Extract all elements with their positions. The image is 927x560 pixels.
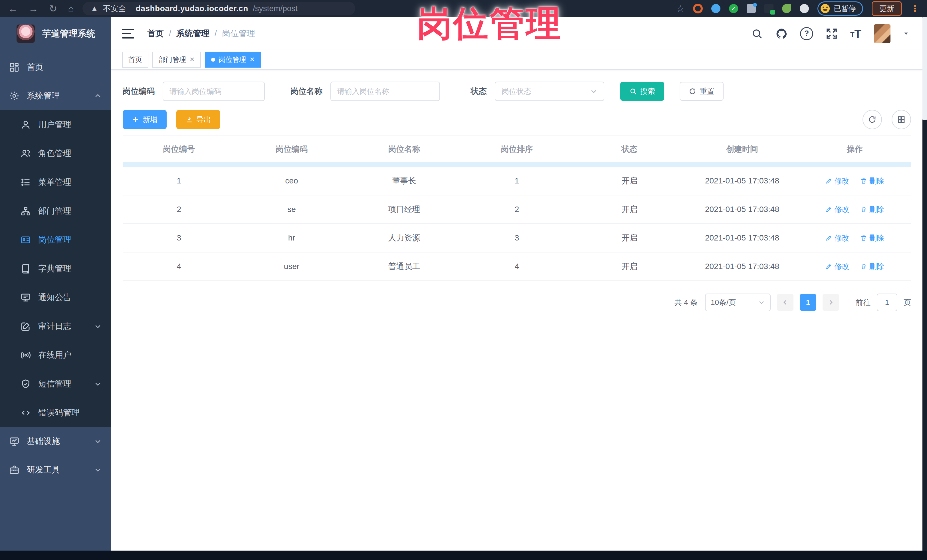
extension-icon-paw[interactable] bbox=[800, 4, 809, 13]
app-logo-row[interactable]: 芋道管理系统 bbox=[0, 17, 111, 49]
table-row: 4 user 普通员工 4 开启 2021-01-05 17:03:48 修改 … bbox=[123, 252, 911, 281]
page-size-select[interactable]: 10条/页 bbox=[705, 294, 770, 311]
trash-icon bbox=[860, 263, 867, 270]
github-icon[interactable] bbox=[775, 28, 787, 39]
browser-nav: ← → ↻ ⌂ bbox=[0, 4, 82, 14]
posts-table: 岗位编号 岗位编码 岗位名称 岗位排序 状态 创建时间 操作 1 ceo 董事长… bbox=[123, 135, 911, 281]
browser-menu-icon[interactable]: ⋮ bbox=[910, 3, 919, 14]
forward-icon[interactable]: → bbox=[29, 4, 38, 14]
paused-extension-pill[interactable]: 已暂停 bbox=[818, 2, 863, 16]
post-name-input[interactable] bbox=[330, 82, 440, 101]
browser-chrome: ← → ↻ ⌂ ▲ 不安全 dashboard.yudao.iocoder.cn… bbox=[0, 0, 927, 17]
page-unit-label: 页 bbox=[904, 297, 911, 308]
sidebar-item-roles[interactable]: 角色管理 bbox=[0, 139, 111, 168]
chevron-down-icon[interactable] bbox=[903, 30, 909, 37]
sidebar-item-users[interactable]: 用户管理 bbox=[0, 110, 111, 139]
table-row: 2 se 项目经理 2 开启 2021-01-05 17:03:48 修改 删除 bbox=[123, 196, 911, 224]
help-icon[interactable]: ? bbox=[800, 27, 813, 40]
column-settings-button[interactable] bbox=[892, 110, 911, 129]
page-number-button[interactable]: 1 bbox=[800, 294, 816, 311]
grid-icon bbox=[897, 115, 906, 124]
close-icon[interactable]: ✕ bbox=[190, 56, 195, 63]
back-icon[interactable]: ← bbox=[8, 4, 18, 14]
extension-icon-blue[interactable] bbox=[711, 4, 720, 13]
col-header: 岗位编码 bbox=[236, 144, 348, 155]
sidebar-item-dev-tools[interactable]: 研发工具 bbox=[0, 455, 111, 484]
url-host: dashboard.yudao.iocoder.cn bbox=[136, 4, 248, 13]
tab-posts[interactable]: 岗位管理 ✕ bbox=[205, 52, 261, 68]
extension-icon-green-check[interactable]: ✓ bbox=[729, 4, 738, 13]
post-code-input[interactable] bbox=[163, 82, 265, 101]
refresh-table-button[interactable] bbox=[863, 110, 882, 129]
tab-home[interactable]: 首页 bbox=[122, 52, 148, 68]
search-icon bbox=[629, 88, 637, 95]
sidebar-item-notices[interactable]: 通知公告 bbox=[0, 283, 111, 312]
total-count: 共 4 条 bbox=[675, 297, 698, 308]
table-header-row: 岗位编号 岗位编码 岗位名称 岗位排序 状态 创建时间 操作 bbox=[123, 135, 911, 162]
delete-link[interactable]: 删除 bbox=[860, 176, 884, 186]
sidebar-item-online-users[interactable]: 在线用户 bbox=[0, 341, 111, 369]
export-button[interactable]: 导出 bbox=[176, 110, 220, 129]
browser-update-button[interactable]: 更新 bbox=[872, 1, 902, 16]
refresh-icon bbox=[868, 115, 877, 124]
edit-link[interactable]: 修改 bbox=[825, 262, 849, 272]
trash-icon bbox=[860, 178, 867, 184]
avatar[interactable] bbox=[874, 24, 891, 43]
edit-link[interactable]: 修改 bbox=[825, 176, 849, 186]
reload-icon[interactable]: ↻ bbox=[49, 4, 57, 14]
extension-icon-leaf[interactable] bbox=[782, 4, 791, 13]
sidebar-item-home[interactable]: 首页 bbox=[0, 53, 111, 82]
sidebar-item-posts[interactable]: 岗位管理 bbox=[0, 225, 111, 254]
breadcrumb-current: 岗位管理 bbox=[222, 28, 255, 39]
table-row: 3 hr 人力资源 3 开启 2021-01-05 17:03:48 修改 删除 bbox=[123, 224, 911, 252]
search-icon[interactable] bbox=[751, 28, 763, 39]
status-value: 开启 bbox=[573, 261, 686, 272]
search-button[interactable]: 搜索 bbox=[620, 82, 664, 101]
pagination: 共 4 条 10条/页 1 前往 页 bbox=[123, 294, 911, 311]
breadcrumb-home[interactable]: 首页 bbox=[147, 28, 164, 39]
extension-icon-gm[interactable] bbox=[764, 4, 774, 13]
add-button[interactable]: 新增 bbox=[123, 110, 167, 129]
reset-button[interactable]: 重置 bbox=[679, 82, 723, 101]
chevron-down-icon bbox=[94, 323, 102, 330]
sidebar-item-audit-log[interactable]: 审计日志 bbox=[0, 312, 111, 341]
address-bar[interactable]: ▲ 不安全 dashboard.yudao.iocoder.cn /system… bbox=[82, 2, 355, 15]
sidebar-item-menus[interactable]: 菜单管理 bbox=[0, 168, 111, 197]
edit-link[interactable]: 修改 bbox=[825, 205, 849, 214]
font-size-icon[interactable]: TT bbox=[850, 29, 862, 39]
download-icon bbox=[185, 116, 193, 123]
scrollbar-thumb[interactable] bbox=[922, 17, 927, 120]
tab-departments[interactable]: 部门管理 ✕ bbox=[152, 52, 201, 68]
sidebar-toggle-icon[interactable] bbox=[122, 29, 134, 38]
sidebar-item-infrastructure[interactable]: 基础设施 bbox=[0, 427, 111, 455]
menu-list-icon bbox=[21, 177, 31, 187]
sidebar-item-sms[interactable]: 短信管理 bbox=[0, 369, 111, 398]
col-header: 岗位编号 bbox=[123, 144, 236, 155]
status-select[interactable]: 岗位状态 bbox=[495, 82, 604, 101]
breadcrumb-system[interactable]: 系统管理 bbox=[176, 28, 210, 39]
prev-page-button[interactable] bbox=[777, 294, 793, 311]
sidebar-item-system[interactable]: 系统管理 bbox=[0, 82, 111, 110]
delete-link[interactable]: 删除 bbox=[860, 233, 884, 243]
extension-icon-orange[interactable] bbox=[693, 4, 703, 14]
close-icon[interactable]: ✕ bbox=[249, 56, 254, 63]
status-value: 开启 bbox=[573, 204, 686, 215]
sidebar-item-dictionary[interactable]: 字典管理 bbox=[0, 254, 111, 283]
home-icon[interactable]: ⌂ bbox=[68, 4, 74, 14]
page-scrollbar[interactable] bbox=[922, 17, 927, 551]
chevron-right-icon bbox=[827, 299, 834, 306]
bookmark-star-icon[interactable]: ☆ bbox=[676, 3, 684, 14]
goto-page-input[interactable] bbox=[877, 294, 897, 311]
next-page-button[interactable] bbox=[822, 294, 839, 311]
edit-link[interactable]: 修改 bbox=[825, 233, 849, 243]
delete-link[interactable]: 删除 bbox=[860, 262, 884, 272]
extension-icon-grid[interactable] bbox=[747, 4, 756, 13]
browser-toolbar-right: ☆ ✓ 已暂停 更新 ⋮ bbox=[676, 1, 927, 16]
fullscreen-icon[interactable] bbox=[826, 28, 838, 39]
active-dot bbox=[211, 58, 215, 62]
sidebar-item-error-codes[interactable]: 错误码管理 bbox=[0, 398, 111, 427]
delete-link[interactable]: 删除 bbox=[860, 205, 884, 214]
status-label: 状态 bbox=[471, 86, 487, 97]
monitor-icon bbox=[9, 436, 20, 446]
sidebar-item-departments[interactable]: 部门管理 bbox=[0, 197, 111, 225]
